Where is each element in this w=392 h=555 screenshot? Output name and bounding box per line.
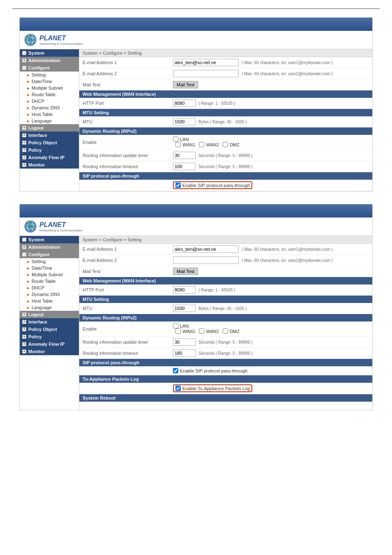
sidebar-datetime-label-2: Date/Time xyxy=(32,266,52,271)
panel-2-body: - System + Administration - Configure ► … xyxy=(20,236,372,410)
timeout-input[interactable] xyxy=(173,163,196,170)
mtu-input-2[interactable] xyxy=(173,305,196,312)
section-header-mtu-2: MTU Setting xyxy=(79,296,372,303)
arrow-icon: ► xyxy=(26,112,30,117)
arrow-icon: ► xyxy=(26,99,30,104)
logo-1: PLANET Networking & Communication xyxy=(24,33,83,46)
sidebar-routetable-label: Route Table xyxy=(32,92,56,97)
brand-name: PLANET xyxy=(39,35,83,42)
section-header-sip-2: SIP protocol pass-through xyxy=(79,359,372,366)
sidebar-section-monitor-1[interactable]: + Monitor xyxy=(20,161,79,169)
sidebar-admin-label-2: Administration xyxy=(28,245,60,250)
sidebar-hosttable-label: Host Table xyxy=(32,112,53,117)
sidebar-section-admin-1[interactable]: + Administration xyxy=(20,57,79,64)
wan1-checkbox-2[interactable] xyxy=(175,328,181,334)
sidebar-section-policyobj-1[interactable]: + Policy Object xyxy=(20,139,79,146)
sidebar-datetime-label: Date/Time xyxy=(32,79,52,84)
email1-input[interactable] xyxy=(173,59,239,66)
sip-highlight-1: Enable SIP protocol pass-through xyxy=(173,181,252,189)
sidebar-item-multiplesubnet-2[interactable]: ► Multiple Subnet xyxy=(20,271,79,278)
table-row: Routing information timeout Seconds ( Ra… xyxy=(79,161,372,172)
table-row: E-mail Address 2 ( Max. 60 characters, e… xyxy=(79,68,372,79)
sidebar-multiplesubnet-label: Multiple Subnet xyxy=(32,86,63,90)
httpport-cell: ( Range: 1 - 65535 ) xyxy=(170,98,372,109)
sidebar-interface-label-2: Interface xyxy=(28,319,47,324)
sip-checkbox-2[interactable] xyxy=(173,368,178,373)
sidebar-dhcp-label: DHCP xyxy=(32,99,44,104)
email1-input-2[interactable] xyxy=(173,245,239,253)
sidebar-item-routetable-2[interactable]: ► Route Table xyxy=(20,278,79,284)
wan2-checkbox-2[interactable] xyxy=(199,328,204,334)
toappliance-checkbox[interactable] xyxy=(175,386,181,391)
sidebar-policy-label-2: Policy xyxy=(28,334,42,339)
sidebar-section-configure-1[interactable]: - Configure xyxy=(20,64,79,72)
sidebar-admin-label: Administration xyxy=(28,58,60,63)
toappliance-cell: Enable To-Appliance Packets Log xyxy=(170,383,372,394)
sidebar-section-interface-1[interactable]: + Interface xyxy=(20,132,79,139)
mtu-cell-2: Bytes ( Range: 40 - 1500 ) xyxy=(170,303,372,314)
sidebar-section-logout-2[interactable]: + Logout xyxy=(20,311,79,318)
sidebar-item-dhcp-2[interactable]: ► DHCP xyxy=(20,284,79,291)
sidebar-section-policy-1[interactable]: + Policy xyxy=(20,146,79,154)
sidebar-routetable-label-2: Route Table xyxy=(32,279,56,284)
sip-checkbox-1[interactable] xyxy=(175,183,181,188)
httpport-input[interactable] xyxy=(173,99,196,107)
update-timer-input[interactable] xyxy=(173,152,196,159)
dmz-checkbox[interactable] xyxy=(223,142,228,147)
plus-icon-s2-2: + xyxy=(22,312,26,317)
arrow-icon: ► xyxy=(26,106,30,110)
sidebar-section-logout-1[interactable]: + Logout xyxy=(20,124,79,132)
wan2-checkbox[interactable] xyxy=(199,142,204,147)
sidebar-language-label-2: Language xyxy=(32,305,52,310)
email2-input[interactable] xyxy=(173,70,239,77)
email2-cell: ( Max. 60 characters, ex: user2@mydomain… xyxy=(170,68,372,79)
sidebar-section-configure-2[interactable]: - Configure xyxy=(20,251,79,258)
email2-input-2[interactable] xyxy=(173,257,239,264)
sidebar-item-hosttable-1[interactable]: ► Host Table xyxy=(20,111,79,118)
mail-test-button[interactable]: Mail Test xyxy=(173,81,198,88)
dmz-checkbox-2[interactable] xyxy=(223,328,228,334)
sidebar-item-datetime-1[interactable]: ► Date/Time xyxy=(20,78,79,85)
sidebar-section-anomaly-1[interactable]: + Anomaly Flow IP xyxy=(20,154,79,161)
sidebar-section-policy-2[interactable]: + Policy xyxy=(20,333,79,340)
sidebar-item-hosttable-2[interactable]: ► Host Table xyxy=(20,298,79,304)
breadcrumb-1: System > Configure > Setting xyxy=(79,49,372,57)
sidebar-item-multiplesubnet-1[interactable]: ► Multiple Subnet xyxy=(20,85,79,91)
sidebar-section-interface-2[interactable]: + Interface xyxy=(20,318,79,326)
sidebar-section-admin-2[interactable]: + Administration xyxy=(20,243,79,251)
sidebar-item-language-1[interactable]: ► Language xyxy=(20,118,79,124)
lan-checkbox-2[interactable] xyxy=(173,323,178,328)
sidebar-section-system-1[interactable]: - System xyxy=(20,49,79,57)
planet-logo-icon-2 xyxy=(24,220,37,233)
sidebar-language-label: Language xyxy=(32,118,52,123)
arrow-icon: ► xyxy=(26,86,30,90)
sidebar-item-dynamicdns-1[interactable]: ► Dynamic DNS xyxy=(20,104,79,111)
sidebar-item-dynamicdns-2[interactable]: ► Dynamic DNS xyxy=(20,291,79,298)
sidebar-item-datetime-2[interactable]: ► Date/Time xyxy=(20,265,79,271)
mail-test-button-2[interactable]: Mail Test xyxy=(173,268,198,275)
brand-name-2: PLANET xyxy=(39,221,83,229)
sidebar-item-setting-1[interactable]: ► Setting xyxy=(20,72,79,78)
email2-label: E-mail Address 2 xyxy=(79,68,170,79)
email1-hint-2: ( Max. 60 characters, ex: user1@mydomain… xyxy=(242,247,333,252)
arrow-icon-s2-4: ► xyxy=(26,279,30,284)
lan-checkbox[interactable] xyxy=(173,136,178,142)
sidebar-section-monitor-2[interactable]: + Monitor xyxy=(20,348,79,355)
sidebar-section-system-2[interactable]: - System xyxy=(20,236,79,243)
sidebar-item-routetable-1[interactable]: ► Route Table xyxy=(20,91,79,98)
sidebar-section-policyobj-2[interactable]: + Policy Object xyxy=(20,326,79,333)
update-timer-hint-2: Seconds ( Range: 5 - 99999 ) xyxy=(198,340,252,345)
sidebar-item-dhcp-1[interactable]: ► DHCP xyxy=(20,98,79,104)
timeout-input-2[interactable] xyxy=(173,349,196,357)
sidebar-item-language-2[interactable]: ► Language xyxy=(20,304,79,311)
sidebar-section-anomaly-2[interactable]: + Anomaly Flow IP xyxy=(20,340,79,348)
sidebar-item-setting-2[interactable]: ► Setting xyxy=(20,258,79,265)
wan1-checkbox[interactable] xyxy=(175,142,181,147)
plus-icon-6: + xyxy=(22,155,26,160)
dmz-checkbox-label-2: DMZ xyxy=(223,328,240,334)
mtu-input[interactable] xyxy=(173,118,196,125)
logo-text: PLANET Networking & Communication xyxy=(39,35,83,46)
update-timer-input-2[interactable] xyxy=(173,338,196,346)
table-row: E-mail Address 1 ( Max. 60 characters, e… xyxy=(79,244,372,255)
httpport-input-2[interactable] xyxy=(173,286,196,294)
